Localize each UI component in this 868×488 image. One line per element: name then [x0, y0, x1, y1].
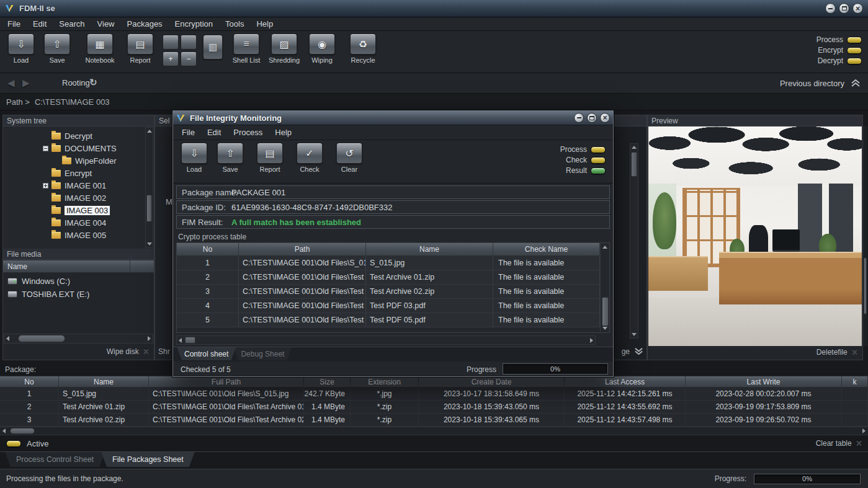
preview-vscrollbar[interactable] [863, 126, 867, 346]
dialog-load-button[interactable]: ⇩ Load [177, 143, 212, 173]
drive-item-windows-c[interactable]: Windows (C:) [4, 275, 153, 288]
file-integrity-monitoring-dialog[interactable]: File Integrity Monitoring × File Edit Pr… [172, 110, 614, 377]
col-create-date[interactable]: Create Date [419, 376, 565, 387]
delete-file-action[interactable]: Deletefile × [648, 346, 862, 358]
table-row[interactable]: 2 Test Archive 01.zip C:\TEST\IMAGE 001\… [0, 401, 868, 414]
col-path[interactable]: Path [239, 243, 366, 255]
scroll-up-icon[interactable] [146, 128, 153, 135]
dialog-menu-help[interactable]: Help [269, 125, 298, 140]
scroll-up-icon[interactable] [601, 244, 608, 251]
table-row[interactable]: 2 C:\TEST\IMAGE 001\Old Files\Test Test … [177, 270, 609, 285]
menu-tools[interactable]: Tools [219, 17, 250, 30]
scrollbar-thumb[interactable] [10, 428, 35, 434]
dialog-clear-button[interactable]: ↺ Clear [332, 143, 367, 173]
shredding-button[interactable]: ▨ Shredding [265, 33, 303, 64]
menu-edit[interactable]: Edit [27, 17, 53, 30]
merge-action-fragment[interactable]: ge [614, 345, 647, 358]
scrollbar-thumb[interactable] [864, 257, 867, 314]
crypto-table-vscrollbar[interactable] [600, 243, 609, 332]
col-size[interactable]: Size [304, 376, 351, 387]
dialog-menu-file[interactable]: File [176, 125, 201, 140]
table-row[interactable]: 5 C:\TEST\IMAGE 001\Old Files\Test Test … [177, 313, 609, 327]
col-extension[interactable]: Extension [351, 376, 419, 387]
scroll-left-icon[interactable] [4, 335, 11, 342]
tree-item-image005[interactable]: IMAGE 005 [4, 229, 145, 241]
tab-debug-sheet[interactable]: Debug Sheet [233, 347, 292, 360]
dialog-menu-edit[interactable]: Edit [201, 125, 227, 140]
table-header-row[interactable]: No Name Full Path Size Extension Create … [0, 376, 868, 388]
scroll-up-icon[interactable] [630, 144, 637, 151]
tree-item-decrypt[interactable]: Decrypt [4, 130, 145, 142]
table-row[interactable]: 1 C:\TEST\IMAGE 001\Old Files\S_01 S_015… [177, 256, 609, 270]
tab-file-packages-sheet[interactable]: File Packages Sheet [101, 452, 195, 467]
minimize-button[interactable] [825, 3, 836, 14]
scroll-left-icon[interactable] [1, 427, 7, 434]
col-last-write[interactable]: Last Write [686, 376, 842, 387]
remove-drive-icon[interactable]: − [181, 51, 197, 66]
scrollbar-thumb[interactable] [146, 195, 152, 222]
scroll-down-icon[interactable] [630, 331, 637, 338]
dialog-maximize-button[interactable] [587, 113, 597, 123]
tree-item-wipefolder[interactable]: WipeFolder [4, 154, 145, 167]
expand-icon[interactable] [43, 183, 48, 189]
clear-table-x-icon[interactable]: × [856, 438, 862, 448]
wipe-disk-action[interactable]: Wipe disk × [3, 345, 154, 358]
crypto-table-hscrollbar[interactable] [176, 335, 596, 345]
scroll-down-icon[interactable] [146, 241, 153, 247]
wiping-button[interactable]: ◉ Wiping [305, 33, 339, 64]
scrollbar-thumb[interactable] [185, 337, 195, 344]
scroll-right-icon[interactable] [588, 337, 595, 344]
save-button[interactable]: ⇧ Save [40, 33, 74, 64]
menu-search[interactable]: Search [53, 17, 91, 30]
col-k[interactable]: k [842, 376, 868, 387]
col-no[interactable]: No [0, 376, 59, 387]
scrollbar-thumb[interactable] [602, 297, 609, 326]
drive-item-toshiba-e[interactable]: TOSHIBA EXT (E:) [4, 288, 153, 301]
col-last-access[interactable]: Last Access [565, 376, 686, 387]
tree-item-documents[interactable]: DOCUMENTS [4, 142, 145, 154]
col-no[interactable]: No [177, 243, 239, 255]
tree-item-image004[interactable]: IMAGE 004 [4, 216, 145, 229]
file-media-name-column-header[interactable]: Name [3, 260, 154, 273]
menu-help[interactable]: Help [250, 17, 279, 30]
dialog-check-button[interactable]: ✓ Check [292, 143, 327, 173]
scroll-right-icon[interactable] [146, 335, 153, 342]
maximize-button[interactable] [839, 3, 849, 14]
tree-item-encrypt[interactable]: Encrypt [4, 167, 145, 179]
report-button[interactable]: ▤ Report [123, 33, 158, 64]
menu-view[interactable]: View [91, 17, 121, 30]
crypto-table-header[interactable]: No Path Name Check Name [177, 243, 609, 256]
menu-encryption[interactable]: Encryption [169, 17, 219, 30]
drive-small-icon-2[interactable] [181, 35, 197, 50]
clear-table-action[interactable]: Clear table × [816, 438, 862, 448]
tree-item-image001[interactable]: IMAGE 001 [4, 179, 145, 192]
chevron-double-down-icon[interactable] [634, 347, 643, 357]
dialog-minimize-button[interactable] [574, 113, 584, 123]
col-name[interactable]: Name [366, 243, 493, 255]
forward-button[interactable]: ▶ [22, 78, 30, 89]
chevron-double-up-icon[interactable] [851, 79, 861, 91]
menu-file[interactable]: File [1, 17, 27, 30]
recycle-button[interactable]: ♻ Recycle [346, 33, 380, 64]
notebook-button[interactable]: ▦ Notebook [81, 33, 119, 64]
tree-item-image002[interactable]: IMAGE 002 [4, 192, 145, 204]
menu-packages[interactable]: Packages [121, 17, 169, 30]
close-button[interactable]: × [852, 3, 863, 14]
dialog-close-button[interactable]: × [600, 113, 610, 123]
scrollbar-thumb[interactable] [631, 152, 637, 177]
col-full-path[interactable]: Full Path [149, 376, 304, 387]
col-name[interactable]: Name [59, 376, 149, 387]
delete-file-x-icon[interactable]: × [852, 347, 857, 357]
tab-process-control-sheet[interactable]: Process Control Sheet [5, 452, 105, 467]
tree-scrollbar[interactable] [145, 127, 153, 248]
table-hscrollbar[interactable] [0, 427, 868, 435]
dialog-report-button[interactable]: ▤ Report [253, 143, 287, 173]
col-check-name[interactable]: Check Name [493, 243, 600, 255]
scroll-right-icon[interactable] [861, 427, 867, 434]
add-drive-icon[interactable]: + [163, 51, 179, 66]
drive-small-icon[interactable] [163, 35, 179, 50]
table-row[interactable]: 3 Test Archive 02.zip C:\TEST\IMAGE 001\… [0, 414, 868, 427]
file-media-hscrollbar[interactable] [4, 334, 153, 344]
refresh-icon[interactable]: ↻ [89, 77, 97, 88]
tab-control-sheet[interactable]: Control sheet [177, 347, 236, 360]
